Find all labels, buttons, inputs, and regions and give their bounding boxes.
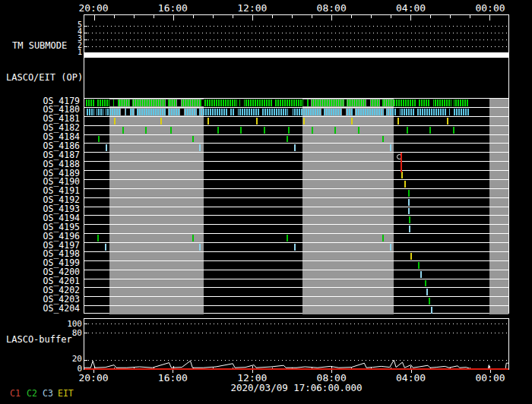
event-tick	[192, 235, 194, 241]
telemetry-display: 20:0016:0012:0008:0004:0000:00 TM SUBMOD…	[0, 0, 532, 404]
event-tick	[334, 127, 336, 134]
bottom-axis-tick	[490, 370, 491, 373]
os-row	[84, 188, 508, 197]
os-row	[84, 179, 508, 188]
event-tick	[447, 118, 448, 125]
event-tick	[240, 127, 242, 134]
bottom-axis-tick	[252, 370, 253, 373]
event-tick	[288, 127, 290, 134]
event-tick	[97, 235, 99, 241]
os-row	[84, 170, 508, 179]
event-tick	[351, 118, 353, 125]
tm-gridline	[84, 39, 508, 40]
os-row	[84, 107, 508, 116]
event-tick	[426, 289, 428, 295]
os-row	[84, 207, 508, 216]
event-tick	[264, 127, 265, 134]
event-tick	[294, 244, 296, 251]
event-tick	[287, 136, 288, 143]
tm-gridline	[84, 26, 508, 27]
event-tick	[429, 127, 431, 134]
event-tick	[410, 253, 412, 260]
event-tick	[408, 208, 410, 215]
event-tick	[382, 136, 384, 143]
legend-item-c2: C2	[27, 388, 37, 399]
dense-exposure-band	[86, 109, 469, 115]
event-tick	[425, 280, 426, 287]
tm-gridline	[84, 46, 508, 47]
lasco-eit-op-panel	[84, 58, 508, 98]
event-tick	[287, 235, 288, 241]
event-tick	[453, 127, 454, 134]
buffer-red-baseline	[84, 368, 508, 370]
time-label: 12:00	[237, 2, 267, 14]
buffer-y-tick-label: 20	[72, 354, 82, 364]
os-row	[84, 270, 508, 279]
time-label: 08:00	[317, 2, 347, 14]
event-tick	[390, 244, 391, 251]
event-tick	[199, 144, 201, 151]
event-tick	[409, 216, 410, 223]
event-tick	[217, 127, 219, 134]
lasco-eit-label: LASCO/EIT (OP)	[6, 72, 83, 83]
dense-exposure-band	[86, 99, 469, 106]
event-tick	[358, 127, 359, 134]
event-tick	[408, 190, 410, 197]
bottom-axis-tick	[411, 370, 412, 373]
os-row	[84, 197, 508, 207]
event-tick	[294, 144, 296, 151]
bottom-axis-tick	[93, 370, 94, 373]
tm-y-tick	[84, 46, 87, 47]
event-tick	[401, 172, 403, 178]
lasco-buffer-panel	[84, 318, 509, 370]
event-tick	[431, 307, 432, 314]
legend-item-c3: C3	[43, 388, 53, 399]
event-tick	[106, 144, 107, 151]
event-tick	[105, 244, 106, 251]
event-tick	[408, 199, 410, 206]
time-label: 04:00	[396, 2, 426, 14]
os-row	[84, 116, 508, 125]
event-tick	[397, 118, 399, 125]
event-tick	[114, 118, 116, 125]
os-row-label: OS_4204	[0, 305, 80, 314]
time-label: 04:00	[396, 372, 426, 383]
event-tick	[122, 127, 124, 134]
tm-gridline	[84, 33, 508, 33]
event-tick	[207, 118, 209, 125]
event-tick	[418, 262, 420, 269]
os-row	[84, 287, 508, 296]
os-row	[84, 279, 508, 288]
os-row	[84, 233, 508, 242]
time-label: 16:00	[158, 372, 188, 383]
event-tick	[199, 244, 201, 251]
time-label: 00:00	[475, 2, 505, 14]
time-label: 16:00	[158, 2, 188, 14]
event-tick	[409, 226, 410, 232]
tm-y-tick-label: 1	[78, 48, 82, 56]
os-row	[84, 215, 508, 224]
buffer-fill-trace	[84, 319, 508, 370]
event-tick	[312, 127, 313, 134]
lasco-buffer-label: LASCO-buffer	[6, 334, 72, 345]
time-label: 00:00	[475, 372, 505, 383]
main-plot-box	[84, 14, 509, 314]
os-row	[84, 98, 508, 107]
os-row	[84, 296, 508, 305]
event-tick	[170, 127, 172, 134]
buffer-y-tick-label: 80	[72, 328, 82, 338]
event-tick	[256, 118, 258, 125]
event-tick	[98, 136, 100, 143]
event-tick	[160, 118, 162, 125]
os-row	[84, 305, 508, 314]
legend-item-c1: C1	[10, 388, 21, 399]
tm-y-tick	[84, 33, 87, 33]
os-row	[84, 251, 508, 260]
bottom-axis-tick	[331, 370, 332, 373]
os-row	[84, 143, 508, 152]
event-tick	[407, 127, 408, 134]
event-tick	[145, 127, 147, 134]
os-row	[84, 260, 508, 270]
event-tick	[420, 271, 422, 278]
tm-y-tick	[84, 39, 87, 40]
